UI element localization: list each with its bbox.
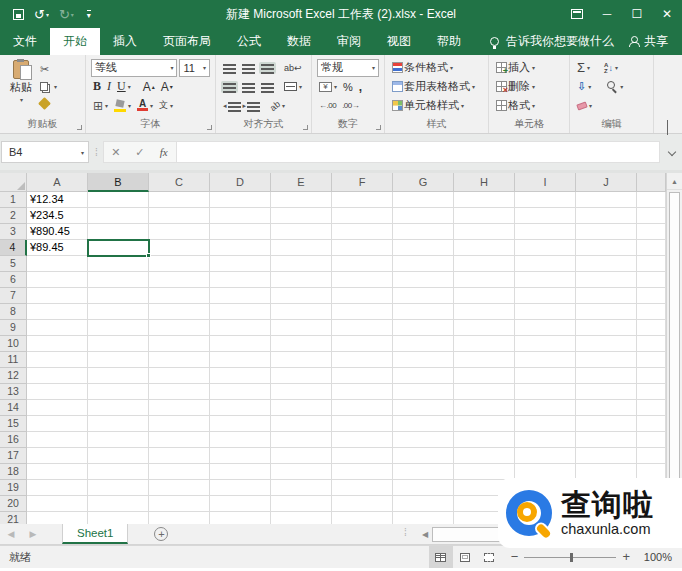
cell-F1[interactable] [332,192,393,208]
cell-E19[interactable] [271,480,332,496]
row-header-8[interactable]: 8 [0,304,27,320]
cell-D19[interactable] [210,480,271,496]
orientation-button[interactable]: ab▾ [268,100,287,112]
row-header-19[interactable]: 19 [0,480,27,496]
cell-partial-2[interactable] [637,208,666,224]
redo-button[interactable]: ↻▾ [56,7,77,22]
cell-G5[interactable] [393,256,454,272]
cell-A20[interactable] [27,496,88,512]
cell-H4[interactable] [454,240,515,256]
row-header-18[interactable]: 18 [0,464,27,480]
column-header-partial[interactable] [637,173,666,192]
collapse-ribbon-button[interactable] [667,121,674,128]
row-header-11[interactable]: 11 [0,352,27,368]
cell-B12[interactable] [88,368,149,384]
row-header-13[interactable]: 13 [0,384,27,400]
cell-E1[interactable] [271,192,332,208]
sort-filter-button[interactable]: AZ↓▾ [602,61,620,75]
cell-J9[interactable] [576,320,637,336]
cell-partial-11[interactable] [637,352,666,368]
cell-E5[interactable] [271,256,332,272]
cell-J4[interactable] [576,240,637,256]
format-cells-button[interactable]: 格式▾ [494,97,537,114]
cell-G19[interactable] [393,480,454,496]
cell-C4[interactable] [149,240,210,256]
clear-button[interactable]: ▾ [575,101,594,110]
cell-C2[interactable] [149,208,210,224]
cell-C17[interactable] [149,448,210,464]
cell-A12[interactable] [27,368,88,384]
new-sheet-button[interactable]: + [154,527,168,541]
scroll-up-icon[interactable]: ▲ [667,173,682,190]
cell-G10[interactable] [393,336,454,352]
cell-D5[interactable] [210,256,271,272]
cell-H17[interactable] [454,448,515,464]
sheet-tab-sheet1[interactable]: Sheet1 [62,524,128,544]
cell-partial-5[interactable] [637,256,666,272]
zoom-slider[interactable] [524,557,616,558]
cell-C21[interactable] [149,512,210,524]
cell-D15[interactable] [210,416,271,432]
fill-color-button[interactable]: ▾ [112,99,133,113]
underline-button[interactable]: U▾ [115,78,133,95]
row-header-14[interactable]: 14 [0,400,27,416]
row-header-5[interactable]: 5 [0,256,27,272]
zoom-slider-thumb[interactable] [570,553,573,562]
cell-partial-14[interactable] [637,400,666,416]
row-header-10[interactable]: 10 [0,336,27,352]
cell-A21[interactable] [27,512,88,524]
cell-B20[interactable] [88,496,149,512]
accounting-format-button[interactable]: ¥▾ [317,81,339,93]
cell-B2[interactable] [88,208,149,224]
name-box[interactable]: B4▾ [1,141,89,163]
cell-G15[interactable] [393,416,454,432]
fill-button[interactable]: ⇩▾ [575,80,593,93]
normal-view-button[interactable] [429,546,453,568]
cell-partial-15[interactable] [637,416,666,432]
cell-D3[interactable] [210,224,271,240]
cell-C11[interactable] [149,352,210,368]
cell-J17[interactable] [576,448,637,464]
autosum-button[interactable]: Σ▾ [575,60,592,75]
cell-A5[interactable] [27,256,88,272]
cell-partial-9[interactable] [637,320,666,336]
row-header-20[interactable]: 20 [0,496,27,512]
cell-G20[interactable] [393,496,454,512]
percent-style-button[interactable]: % [341,80,355,94]
sheet-nav-right-icon[interactable]: ▶ [22,524,44,544]
cell-partial-10[interactable] [637,336,666,352]
cell-D8[interactable] [210,304,271,320]
cell-B1[interactable] [88,192,149,208]
cell-E7[interactable] [271,288,332,304]
cell-D21[interactable] [210,512,271,524]
cell-I15[interactable] [515,416,576,432]
cell-E14[interactable] [271,400,332,416]
cell-A11[interactable] [27,352,88,368]
enter-button[interactable]: ✓ [128,146,152,159]
row-header-1[interactable]: 1 [0,192,27,208]
cell-I1[interactable] [515,192,576,208]
cell-F5[interactable] [332,256,393,272]
merge-center-button[interactable]: ▾ [282,81,304,92]
cell-A1[interactable]: ¥12.34 [27,192,88,208]
cell-D14[interactable] [210,400,271,416]
cell-G12[interactable] [393,368,454,384]
row-header-17[interactable]: 17 [0,448,27,464]
cell-J5[interactable] [576,256,637,272]
cell-J10[interactable] [576,336,637,352]
cell-partial-4[interactable] [637,240,666,256]
cell-B6[interactable] [88,272,149,288]
save-button[interactable] [10,7,27,22]
zoom-out-button[interactable]: − [511,552,519,562]
row-header-7[interactable]: 7 [0,288,27,304]
cell-I14[interactable] [515,400,576,416]
formula-input[interactable] [176,141,660,163]
cell-I13[interactable] [515,384,576,400]
cell-E17[interactable] [271,448,332,464]
cell-A13[interactable] [27,384,88,400]
cell-B19[interactable] [88,480,149,496]
cell-F7[interactable] [332,288,393,304]
cell-C3[interactable] [149,224,210,240]
format-as-table-button[interactable]: 套用表格格式▾ [390,78,477,95]
cell-E6[interactable] [271,272,332,288]
